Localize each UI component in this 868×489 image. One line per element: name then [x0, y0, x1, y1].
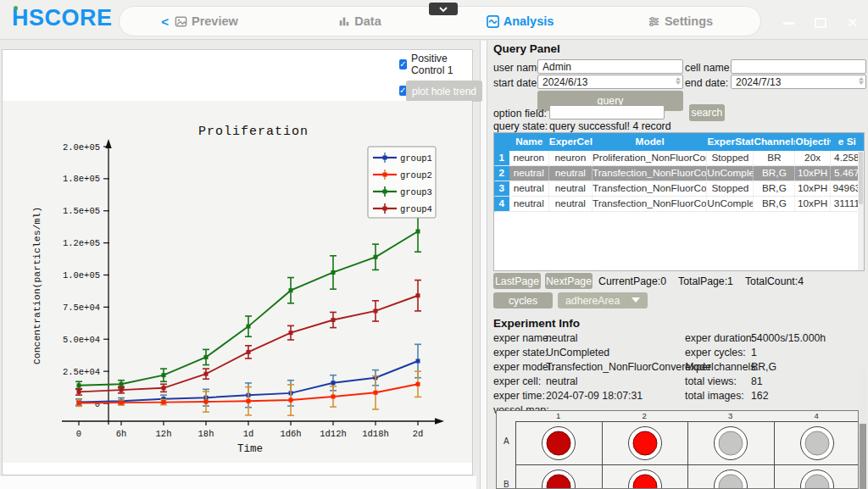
tab-analysis-label: Analysis	[504, 14, 554, 28]
vessel-well[interactable]	[542, 426, 576, 460]
data-marker	[289, 288, 293, 292]
series-group3	[75, 211, 421, 390]
maximize-button[interactable]	[815, 18, 826, 28]
data-marker	[247, 325, 251, 329]
data-marker	[162, 386, 166, 390]
data-marker	[289, 331, 293, 335]
table-cell: neutral	[509, 197, 549, 211]
table-row[interactable]: 4neutralneutralTransfection_NonFluorConv…	[494, 197, 864, 212]
option-field-label: option field:	[493, 108, 547, 119]
info-value: 1	[751, 347, 757, 358]
data-marker	[120, 382, 124, 386]
table-header-cell: Model	[593, 133, 708, 151]
search-button[interactable]: search	[689, 104, 725, 121]
vessel-well[interactable]	[800, 426, 834, 460]
vessel-well[interactable]	[628, 426, 662, 460]
table-header-cell: Objective	[795, 133, 830, 151]
window-controls: ✕	[783, 18, 858, 28]
next-page-button[interactable]: NextPage	[545, 273, 593, 289]
plot-hole-trend-button[interactable]: plot hole trend	[406, 81, 482, 102]
bottom-strip	[0, 476, 476, 489]
table-row[interactable]: 1neuronneuronProliferation_NonFluorConve…	[494, 151, 864, 166]
tab-settings[interactable]: Settings	[600, 14, 760, 28]
adhere-area-dropdown[interactable]: adhereArea	[558, 292, 648, 308]
info-value: 54000s/15.000h	[751, 332, 826, 344]
vessel-well[interactable]	[628, 470, 662, 489]
last-page-button[interactable]: LastPage	[493, 273, 541, 289]
row-number-cell: 4	[494, 197, 509, 211]
adhere-area-value: adhereArea	[565, 295, 620, 307]
minimize-button[interactable]	[783, 22, 794, 25]
query-panel: Query Panel user name: cell name: start …	[490, 41, 868, 489]
legend-marker	[383, 156, 387, 160]
vessel-well[interactable]	[800, 470, 834, 489]
start-date-label: start date:	[493, 77, 540, 89]
scrollbar-thumb[interactable]	[860, 424, 866, 489]
vessel-well-fill	[719, 475, 743, 489]
close-button[interactable]: ✕	[847, 18, 858, 28]
cell-name-input[interactable]	[731, 59, 866, 74]
x-tick-label: 1d	[243, 429, 254, 439]
chart-panel: ✓Positive Control 1✓Negative Control 1 p…	[2, 49, 473, 475]
vessel-well[interactable]	[714, 470, 748, 489]
info-label: exper state:	[493, 347, 548, 358]
table-row[interactable]: 3neutralneutralTransfection_NonFluorConv…	[494, 181, 864, 197]
data-marker	[331, 270, 336, 275]
vessel-cell	[774, 421, 860, 465]
data-marker	[120, 401, 124, 405]
legend-label: group3	[400, 187, 432, 197]
data-marker	[162, 373, 166, 377]
data-marker	[77, 401, 81, 405]
x-tick-label: 18h	[198, 429, 214, 439]
info-label: exper name:	[493, 332, 551, 344]
query-state-label: query state:	[493, 120, 548, 132]
tab-settings-label: Settings	[665, 14, 713, 28]
table-cell: 10xPH	[795, 197, 830, 211]
table-cell: neutral	[549, 166, 593, 181]
back-chevron-icon[interactable]: <	[161, 14, 169, 29]
checkbox-positive-control[interactable]: ✓	[399, 59, 407, 69]
end-date-input[interactable]	[731, 75, 866, 89]
experiment-info-title: Experiment Info	[493, 317, 580, 330]
vessel-cell	[602, 464, 689, 489]
x-tick-label: 1d12h	[320, 429, 347, 439]
y-axis-label: Concentration(particles/ml)	[31, 207, 42, 364]
data-marker	[162, 400, 166, 404]
tab-data[interactable]: Data	[280, 14, 440, 28]
vessel-well[interactable]	[542, 470, 576, 489]
data-marker	[331, 318, 336, 322]
data-marker	[416, 382, 420, 386]
table-row[interactable]: 2neutralneutralTransfection_NonFluorConv…	[494, 166, 864, 181]
table-cell: neutral	[509, 166, 549, 181]
vessel-column-number: 4	[774, 411, 860, 420]
vessel-well[interactable]	[714, 426, 748, 460]
x-tick-label: 2d	[413, 429, 424, 439]
table-header-cell: ExperState	[707, 133, 754, 151]
table-scrollbar-thumb[interactable]	[859, 152, 863, 204]
info-label: exper time:	[493, 390, 545, 402]
tab-preview[interactable]: <Preview	[120, 14, 280, 29]
x-tick-label: 1d6h	[280, 429, 301, 439]
table-scrollbar[interactable]	[858, 151, 864, 270]
user-name-input[interactable]	[537, 59, 683, 74]
table-cell: 10xPH	[795, 181, 830, 196]
option-field-input[interactable]	[549, 105, 665, 119]
table-cell: Transfection_NonFluorConverModel	[593, 166, 707, 181]
vessel-cell	[687, 464, 775, 489]
table-cell: UnCompleted	[707, 166, 754, 181]
start-date-input[interactable]	[537, 75, 683, 89]
tab-analysis[interactable]: Analysis	[440, 14, 600, 28]
control-checkbox-row: ✓Positive Control 1	[399, 53, 472, 76]
vessel-column-number: 3	[687, 411, 774, 420]
legend-marker	[383, 207, 387, 211]
end-date-spinner[interactable]	[857, 77, 865, 85]
cycles-button[interactable]: cycles	[493, 292, 553, 308]
data-marker	[247, 399, 251, 403]
data-marker	[77, 390, 81, 394]
table-header-cell: ExperCell	[549, 133, 593, 151]
tab-preview-label: Preview	[192, 14, 238, 28]
data-marker	[331, 394, 336, 398]
panel-splitter[interactable]	[480, 41, 487, 489]
start-date-spinner[interactable]	[674, 77, 682, 85]
collapse-tab[interactable]	[429, 3, 458, 15]
